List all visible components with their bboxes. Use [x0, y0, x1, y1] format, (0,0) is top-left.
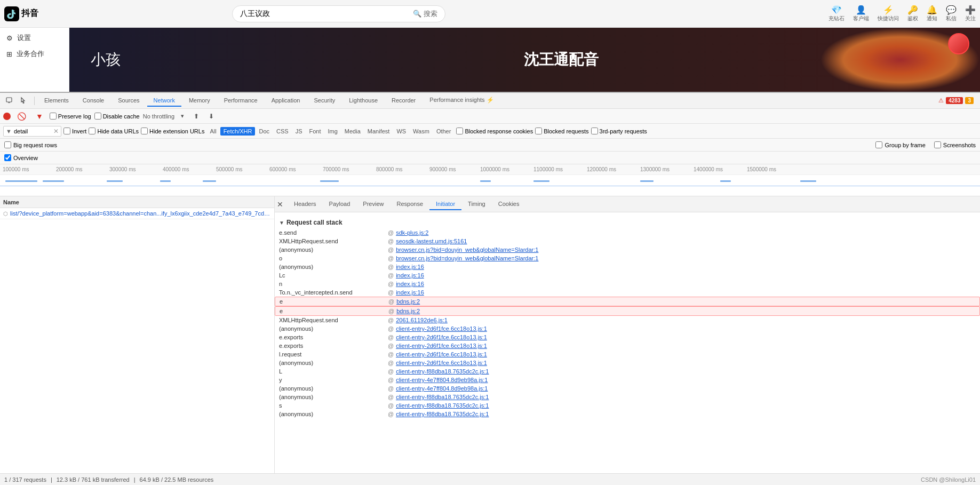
blocked-requests-checkbox[interactable]: Blocked requests: [535, 128, 588, 134]
filter-css[interactable]: CSS: [273, 127, 292, 136]
tab-payload[interactable]: Payload: [323, 198, 357, 210]
call-file-link[interactable]: client-entry-2d6f1fce.6cc18o13.js:1: [396, 325, 487, 332]
tab-elements[interactable]: Elements: [38, 95, 75, 107]
filter-fetch-xhr[interactable]: Fetch/XHR: [220, 127, 256, 136]
record-button[interactable]: [3, 113, 11, 120]
call-file-link[interactable]: client-entry-2d6f1fce.6cc18o13.js:1: [396, 343, 487, 349]
tab-application[interactable]: Application: [265, 95, 307, 107]
devtools-inspect-icon[interactable]: [17, 94, 31, 107]
blocked-response-cookies-checkbox[interactable]: Blocked response cookies: [456, 128, 533, 134]
hide-extension-urls-checkbox[interactable]: Hide extension URLs: [141, 128, 204, 134]
clear-button[interactable]: 🚫: [14, 110, 29, 123]
call-file-link[interactable]: client-entry-4e7ff804.8d9eb98a.js:1: [396, 385, 488, 392]
import-har[interactable]: ⬆: [190, 110, 202, 122]
screenshots-checkbox[interactable]: Screenshots: [934, 141, 976, 148]
disable-cache-checkbox[interactable]: Disable cache: [94, 113, 140, 120]
group-by-frame-checkbox[interactable]: Group by frame: [875, 141, 925, 148]
tab-response[interactable]: Response: [390, 198, 429, 210]
tab-lighthouse[interactable]: Lighthouse: [342, 95, 384, 107]
call-file-link[interactable]: index.js:16: [396, 281, 424, 287]
filter-manifest[interactable]: Manifest: [364, 127, 393, 136]
filter-js[interactable]: JS: [292, 127, 306, 136]
filter-all[interactable]: All: [206, 127, 219, 136]
preserve-log-checkbox[interactable]: Preserve log: [50, 113, 91, 120]
tab-memory[interactable]: Memory: [182, 95, 217, 107]
tab-security[interactable]: Security: [307, 95, 341, 107]
tab-initiator[interactable]: Initiator: [429, 198, 461, 210]
hide-data-urls-checkbox[interactable]: Hide data URLs: [89, 128, 139, 134]
search-input[interactable]: [240, 10, 409, 18]
action-recharge[interactable]: 💎 充钻石: [828, 5, 844, 22]
call-stack-row: (anonymous) @ client-entry-2d6f1fce.6cc1…: [275, 359, 980, 367]
action-notify[interactable]: 🔔 通知: [927, 5, 937, 22]
filter-wasm[interactable]: Wasm: [410, 127, 433, 136]
call-file-link[interactable]: client-entry-4e7ff804.8d9eb98a.js:1: [396, 377, 488, 383]
overview-checkbox[interactable]: Overview: [4, 154, 38, 161]
devtools-tabs-row: Elements Console Sources Network Memory …: [0, 93, 980, 109]
action-client[interactable]: 👤 客户端: [853, 5, 869, 22]
export-har[interactable]: ⬇: [205, 110, 217, 122]
call-stack-row: l.request @ client-entry-2d6f1fce.6cc18o…: [275, 350, 980, 359]
call-stack-section-header[interactable]: ▼ Request call stack: [275, 217, 980, 228]
tab-network[interactable]: Network: [147, 95, 181, 107]
call-file-link[interactable]: client-entry-2d6f1fce.6cc18o13.js:1: [396, 351, 487, 357]
call-file-link[interactable]: client-entry-f88dba18.7635dc2c.js:1: [396, 411, 489, 417]
filter-toggle[interactable]: ▼: [33, 110, 46, 123]
call-file-link[interactable]: 2061.61192de6.js:1: [396, 317, 448, 323]
network-filter-row: ▼ ✕ Invert Hide data URLs Hide extension…: [0, 124, 980, 139]
call-file-link[interactable]: client-entry-2d6f1fce.6cc18o13.js:1: [396, 360, 487, 366]
big-request-rows-checkbox[interactable]: Big request rows: [4, 141, 57, 148]
call-file-link[interactable]: browser.cn.js?bid=douyin_web&globalName=…: [396, 255, 538, 261]
tab-performance-insights[interactable]: Performance insights ⚡: [423, 94, 500, 107]
tab-performance[interactable]: Performance: [218, 95, 264, 107]
filter-img[interactable]: Img: [324, 127, 340, 136]
tab-cookies[interactable]: Cookies: [492, 198, 526, 210]
call-file-link[interactable]: seosdk-lastest.umd.js:5161: [396, 238, 467, 244]
search-bar[interactable]: 🔍 搜索: [232, 5, 445, 22]
filter-doc[interactable]: Doc: [256, 127, 273, 136]
action-auth[interactable]: 🔑 鉴权: [907, 5, 918, 22]
filter-media[interactable]: Media: [341, 127, 364, 136]
filter-input-area[interactable]: ▼ ✕: [3, 126, 61, 137]
call-function-name: o: [279, 255, 386, 261]
filter-clear-button[interactable]: ✕: [53, 128, 59, 135]
action-follow[interactable]: ➕ 关注: [965, 5, 976, 22]
third-party-requests-checkbox[interactable]: 3rd-party requests: [591, 128, 647, 134]
filter-font[interactable]: Font: [306, 127, 324, 136]
call-file-link[interactable]: bdns.js:2: [396, 308, 420, 314]
devtools-device-icon[interactable]: [2, 94, 16, 107]
call-stack-row: XMLHttpRequest.send @ seosdk-lastest.umd…: [275, 237, 980, 245]
call-file-link[interactable]: index.js:16: [396, 264, 424, 270]
tab-sources[interactable]: Sources: [111, 95, 146, 107]
call-file-link[interactable]: client-entry-f88dba18.7635dc2c.js:1: [396, 394, 489, 400]
action-message[interactable]: 💬 私信: [946, 5, 957, 22]
close-panel-button[interactable]: ✕: [277, 200, 283, 209]
sidebar-item-settings[interactable]: ⚙ 设置: [0, 30, 69, 46]
grid-icon: ⊞: [6, 50, 12, 58]
filter-type-buttons: All Fetch/XHR Doc CSS JS Font Img Media …: [206, 127, 454, 136]
call-file-link[interactable]: index.js:16: [396, 289, 424, 296]
tab-console[interactable]: Console: [76, 95, 110, 107]
tab-preview[interactable]: Preview: [356, 198, 390, 210]
tab-headers[interactable]: Headers: [288, 198, 323, 210]
call-file-link[interactable]: bdns.js:2: [396, 298, 420, 305]
svg-rect-1: [6, 98, 12, 102]
request-item[interactable]: ⬡ list/?device_platform=webapp&aid=6383&…: [0, 208, 274, 219]
call-file-link[interactable]: client-entry-f88dba18.7635dc2c.js:1: [396, 368, 489, 375]
call-file-link[interactable]: client-entry-f88dba18.7635dc2c.js:1: [396, 402, 489, 409]
tab-timing[interactable]: Timing: [461, 198, 492, 210]
filter-ws[interactable]: WS: [393, 127, 409, 136]
call-file-link[interactable]: sdk-plus.js:2: [396, 229, 428, 236]
action-quickaccess[interactable]: ⚡ 快捷访问: [878, 5, 899, 22]
call-file-link[interactable]: index.js:16: [396, 272, 424, 279]
filter-other[interactable]: Other: [433, 127, 455, 136]
sidebar-item-bizcomp[interactable]: ⊞ 业务合作: [0, 46, 69, 62]
request-count: 1 / 317 requests: [4, 476, 46, 483]
call-file-link[interactable]: browser.cn.js?bid=douyin_web&globalName=…: [396, 247, 538, 253]
tab-recorder[interactable]: Recorder: [385, 95, 422, 107]
invert-checkbox[interactable]: Invert: [63, 128, 87, 134]
throttle-dropdown[interactable]: ▾: [178, 110, 187, 122]
search-button[interactable]: 🔍 搜索: [413, 9, 437, 19]
filter-input[interactable]: [14, 128, 51, 134]
call-file-link[interactable]: client-entry-2d6f1fce.6cc18o13.js:1: [396, 334, 487, 340]
